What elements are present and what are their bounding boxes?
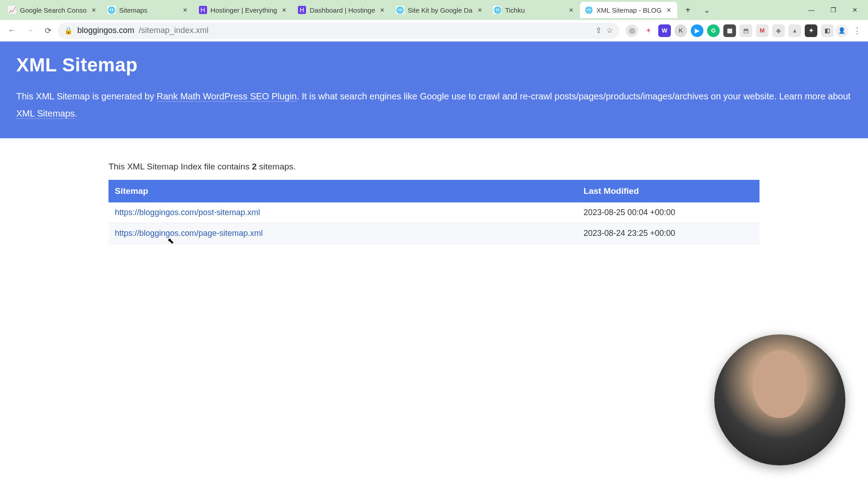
table-row: https://bloggingos.com/page-sitemap.xml2…: [108, 223, 760, 244]
browser-tab[interactable]: 🌐XML Sitemap - BLOG✕: [580, 2, 677, 18]
extension-icon[interactable]: ◆: [772, 24, 785, 37]
window-controls: — ❐ ✕: [801, 0, 865, 20]
tab-title: Sitemaps: [119, 6, 178, 14]
tab-favicon-icon: 🌐: [493, 6, 501, 14]
tab-close-icon[interactable]: ✕: [665, 6, 673, 14]
rankmath-link[interactable]: Rank Math WordPress SEO Plugin: [157, 91, 297, 102]
tab-favicon-icon: H: [199, 6, 207, 14]
tab-strip: 📈Google Search Conso✕🌐Sitemaps✕HHostinge…: [0, 0, 868, 20]
extension-icon[interactable]: M: [756, 24, 769, 37]
window-close-button[interactable]: ✕: [844, 3, 865, 17]
url-path: /sitemap_index.xml: [139, 26, 208, 35]
extension-icon[interactable]: ▶: [691, 24, 703, 37]
extension-icon[interactable]: ⬤: [626, 24, 638, 37]
xml-sitemaps-link[interactable]: XML Sitemaps: [16, 108, 75, 119]
tab-close-icon[interactable]: ✕: [476, 6, 483, 14]
tab-close-icon[interactable]: ✕: [567, 6, 575, 14]
tab-favicon-icon: 📈: [8, 6, 16, 14]
browser-tab[interactable]: HHostinger | Everything✕: [194, 2, 292, 18]
last-modified-cell: 2023-08-24 23:25 +00:00: [577, 223, 760, 244]
tab-favicon-icon: 🌐: [108, 6, 116, 14]
chrome-menu-button[interactable]: ⋮: [850, 23, 864, 38]
browser-tab[interactable]: 🌐Tichku✕: [489, 2, 579, 18]
tab-favicon-icon: H: [298, 6, 306, 14]
forward-button[interactable]: →: [22, 23, 38, 39]
tab-favicon-icon: 🌐: [396, 6, 404, 14]
table-row: https://bloggingos.com/post-sitemap.xml2…: [108, 202, 760, 223]
extension-icon[interactable]: ▦: [723, 24, 736, 37]
tab-title: Site Kit by Google Da: [408, 6, 472, 14]
extension-icon[interactable]: ✦: [805, 24, 817, 37]
window-minimize-button[interactable]: —: [801, 3, 822, 17]
reload-button[interactable]: ⟳: [40, 23, 56, 39]
extension-icon[interactable]: W: [658, 24, 671, 37]
share-icon[interactable]: ⇪: [595, 26, 602, 35]
tab-title: Google Search Conso: [20, 6, 87, 14]
tab-title: Hostinger | Everything: [211, 6, 277, 14]
column-sitemap: Sitemap: [108, 180, 577, 202]
sitemap-count-line: This XML Sitemap Index file contains 2 s…: [108, 162, 760, 172]
lock-icon: 🔒: [64, 27, 73, 35]
sitemap-link[interactable]: https://bloggingos.com/page-sitemap.xml: [115, 229, 263, 238]
count-prefix: This XML Sitemap Index file contains: [108, 162, 252, 171]
tab-title: Dashboard | Hostinge: [310, 6, 375, 14]
extension-icon[interactable]: ⬒: [740, 24, 752, 37]
intro-text-2: . It is what search engines like Google …: [297, 91, 850, 101]
extension-icon[interactable]: K: [675, 24, 687, 37]
back-button[interactable]: ←: [4, 23, 20, 39]
url-host: bloggingos.com: [77, 26, 134, 35]
intro-text: This XML Sitemap is generated by: [16, 91, 157, 101]
count-suffix: sitemaps.: [257, 162, 296, 171]
tab-close-icon[interactable]: ✕: [182, 6, 189, 14]
extension-icon[interactable]: G: [707, 24, 720, 37]
extension-icon[interactable]: ▲: [788, 24, 801, 37]
count-value: 2: [252, 162, 257, 171]
tab-close-icon[interactable]: ✕: [90, 6, 98, 14]
profile-avatar[interactable]: 👤: [835, 24, 848, 37]
sitemap-link[interactable]: https://bloggingos.com/post-sitemap.xml: [115, 208, 260, 217]
tab-title: Tichku: [505, 6, 564, 14]
browser-tab[interactable]: 📈Google Search Conso✕: [4, 2, 102, 18]
page-hero: XML Sitemap This XML Sitemap is generate…: [0, 42, 868, 138]
extension-icon[interactable]: ◧: [821, 24, 834, 37]
intro-text-3: .: [75, 108, 77, 118]
sitemap-table: Sitemap Last Modified https://bloggingos…: [108, 180, 760, 244]
page-content: This XML Sitemap Index file contains 2 s…: [108, 138, 760, 244]
last-modified-cell: 2023-08-25 00:04 +00:00: [577, 202, 760, 223]
browser-toolbar: ← → ⟳ 🔒 bloggingos.com/sitemap_index.xml…: [0, 20, 868, 42]
column-last-modified: Last Modified: [577, 180, 760, 202]
extensions-row: ⬤✦WK▶G▦⬒M◆▲✦◧: [621, 24, 834, 37]
webcam-overlay: [714, 334, 845, 465]
window-maximize-button[interactable]: ❐: [823, 3, 844, 17]
browser-tab[interactable]: 🌐Site Kit by Google Da✕: [392, 2, 488, 18]
tab-title: XML Sitemap - BLOG: [596, 6, 662, 14]
tab-close-icon[interactable]: ✕: [281, 6, 288, 14]
tab-close-icon[interactable]: ✕: [379, 6, 386, 14]
page-title: XML Sitemap: [16, 54, 852, 76]
tab-search-button[interactable]: ⌄: [698, 6, 716, 14]
address-bar[interactable]: 🔒 bloggingos.com/sitemap_index.xml ⇪ ☆: [58, 23, 619, 39]
page-intro: This XML Sitemap is generated by Rank Ma…: [16, 88, 852, 122]
browser-tab[interactable]: HDashboard | Hostinge✕: [293, 2, 391, 18]
bookmark-star-icon[interactable]: ☆: [606, 26, 613, 35]
browser-tab[interactable]: 🌐Sitemaps✕: [103, 2, 193, 18]
extension-icon[interactable]: ✦: [642, 24, 655, 37]
tab-favicon-icon: 🌐: [585, 6, 593, 14]
new-tab-button[interactable]: +: [681, 3, 695, 17]
